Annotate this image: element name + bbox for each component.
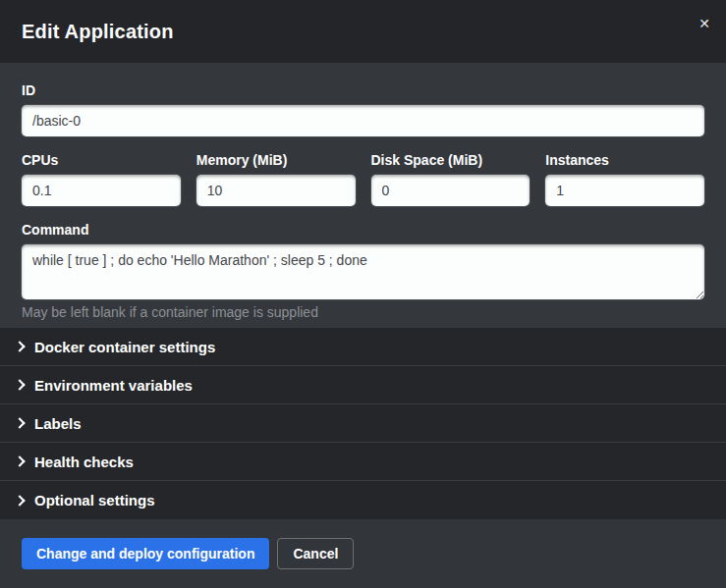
section-environment-variables[interactable]: Environment variables: [0, 366, 726, 404]
chevron-right-icon: [14, 495, 25, 506]
section-docker-container-settings[interactable]: Docker container settings: [0, 328, 726, 366]
chevron-right-icon: [14, 379, 25, 390]
disk-input[interactable]: [371, 175, 531, 206]
disk-field-group: Disk Space (MiB): [371, 152, 531, 206]
section-label: Docker container settings: [34, 339, 215, 355]
section-label: Optional settings: [34, 492, 155, 508]
memory-field-group: Memory (MiB): [196, 152, 356, 206]
command-field-label: Command: [22, 222, 704, 238]
modal-header: Edit Application ✕: [0, 0, 726, 63]
disk-field-label: Disk Space (MiB): [371, 152, 531, 168]
cpus-input[interactable]: [22, 175, 181, 206]
form-section: ID CPUs Memory (MiB) Disk Space (MiB) In…: [0, 63, 726, 328]
cpus-field-group: CPUs: [22, 152, 181, 206]
edit-application-modal: Edit Application ✕ ID CPUs Memory (MiB) …: [0, 0, 726, 588]
resources-row: CPUs Memory (MiB) Disk Space (MiB) Insta…: [22, 152, 704, 206]
id-field-group: ID: [22, 82, 704, 136]
chevron-right-icon: [14, 341, 25, 351]
command-textarea[interactable]: while [ true ] ; do echo 'Hello Marathon…: [22, 244, 704, 299]
id-field-label: ID: [22, 82, 704, 98]
section-health-checks[interactable]: Health checks: [0, 443, 726, 481]
section-optional-settings[interactable]: Optional settings: [0, 481, 726, 519]
cancel-button[interactable]: Cancel: [277, 538, 354, 569]
accordion-sections: Docker container settings Environment va…: [0, 328, 726, 519]
id-input[interactable]: [22, 105, 704, 136]
command-field-group: Command while [ true ] ; do echo 'Hello …: [22, 222, 704, 320]
chevron-right-icon: [14, 417, 25, 428]
cpus-field-label: CPUs: [22, 152, 181, 168]
change-and-deploy-button[interactable]: Change and deploy configuration: [22, 538, 269, 569]
chevron-right-icon: [14, 455, 25, 466]
instances-field-label: Instances: [545, 152, 704, 168]
section-label: Health checks: [34, 454, 134, 470]
memory-field-label: Memory (MiB): [196, 152, 356, 168]
instances-field-group: Instances: [545, 152, 704, 206]
section-labels[interactable]: Labels: [0, 404, 726, 443]
section-label: Environment variables: [34, 377, 193, 394]
instances-input[interactable]: [545, 175, 704, 206]
modal-footer: Change and deploy configuration Cancel: [0, 519, 726, 588]
close-icon[interactable]: ✕: [698, 17, 710, 30]
section-label: Labels: [34, 415, 82, 432]
command-help-text: May be left blank if a container image i…: [22, 304, 704, 320]
modal-title: Edit Application: [22, 21, 174, 43]
memory-input[interactable]: [196, 175, 356, 206]
